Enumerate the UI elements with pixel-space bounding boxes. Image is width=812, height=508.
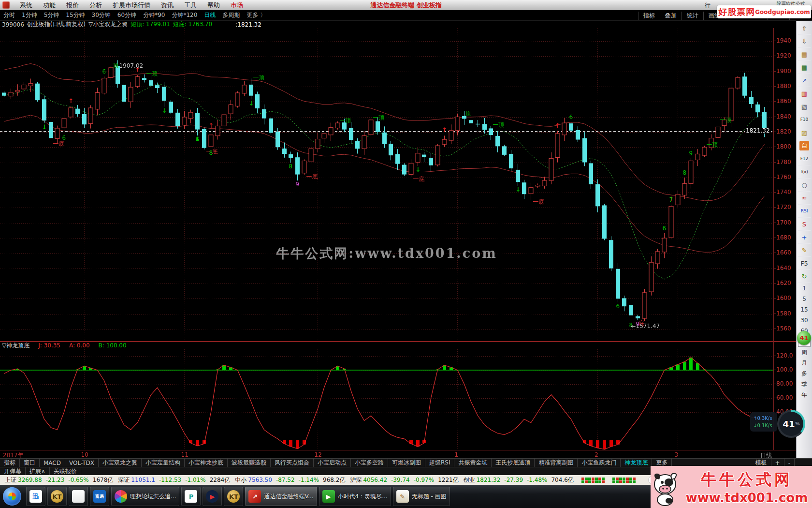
f12-icon[interactable]: F12 <box>798 152 811 165</box>
sub-chart-canvas[interactable] <box>0 349 773 450</box>
chart-area: ▽神龙顶底 J: 30.35 A: 0.00 B: 100.00 1940192… <box>0 28 796 458</box>
tab-神龙顶底[interactable]: 神龙顶底 <box>621 459 652 467</box>
zixuan-icon[interactable]: 自 <box>799 141 809 151</box>
tab-小宝定量结构[interactable]: 小宝定量结构 <box>142 459 185 467</box>
quote-table-icon[interactable]: ▦ <box>798 61 811 74</box>
gupiao-logo-name: 好股票网 <box>718 6 755 18</box>
period-item-日线[interactable]: 日线 <box>201 11 219 19</box>
period-item-分时[interactable]: 分时 <box>0 11 18 19</box>
tab-可燃冰副图[interactable]: 可燃冰副图 <box>388 459 425 467</box>
menu-fragment[interactable]: 行 <box>705 1 710 10</box>
period-button-30[interactable]: 30 <box>798 315 811 326</box>
taskbar-button[interactable]: KT <box>224 487 243 506</box>
start-button[interactable] <box>3 487 21 506</box>
main-indicator-name[interactable]: ▽小宝双龙之翼 <box>88 20 128 29</box>
taskbar-button[interactable]: KT <box>47 487 67 506</box>
taskbar-button-通达信金融终端V...[interactable]: ↗通达信金融终端V... <box>245 487 317 506</box>
period-button-1[interactable]: 1 <box>798 283 811 294</box>
period-item-15分钟[interactable]: 15分钟 <box>62 11 88 19</box>
index-name: 上证 <box>5 476 16 484</box>
period-item-分钟*90[interactable]: 分钟*90 <box>140 11 168 19</box>
period-item-60分钟[interactable]: 60分钟 <box>114 11 140 19</box>
report-icon[interactable]: ▤ <box>798 48 811 61</box>
period-button-季[interactable]: 季 <box>798 379 811 389</box>
taskbar-button[interactable]: 迅 <box>26 487 45 506</box>
notification-badge[interactable]: 41 <box>797 331 811 345</box>
performance-circle-widget[interactable]: 41% <box>777 410 805 438</box>
tab-指标[interactable]: 指标 <box>0 459 20 467</box>
menu-item-功能[interactable]: 功能 <box>38 1 61 10</box>
rsi-icon[interactable]: RSI <box>798 205 811 218</box>
tab-小宝双龙之翼[interactable]: 小宝双龙之翼 <box>99 459 142 467</box>
period-item-1分钟[interactable]: 1分钟 <box>18 11 41 19</box>
main-chart-canvas[interactable] <box>0 28 773 341</box>
tab-窗口[interactable]: 窗口 <box>20 459 40 467</box>
f5-icon[interactable]: F5 <box>798 257 811 270</box>
tab-扩展∧[interactable]: 扩展∧ <box>26 467 50 475</box>
period-button-5[interactable]: 5 <box>798 294 811 304</box>
wave-icon[interactable]: ≈ <box>798 192 811 205</box>
s-icon[interactable]: S <box>798 218 811 231</box>
multiwindow-icon[interactable]: ▧ <box>798 100 811 113</box>
period-button-月[interactable]: 月 <box>798 358 811 368</box>
taskbar-button[interactable]: 富易 <box>90 487 109 506</box>
trend-icon[interactable]: ↗ <box>798 74 811 87</box>
toolbar-item-指标[interactable]: 指标 <box>638 12 660 20</box>
app-logo-icon <box>2 1 10 9</box>
tab-MACD[interactable]: MACD <box>40 459 65 467</box>
formula-icon[interactable]: f(x) <box>798 165 811 179</box>
move-icon[interactable]: + <box>798 231 811 244</box>
circle-icon[interactable]: ○ <box>798 179 811 192</box>
menu-item-扩展市场行情[interactable]: 扩展市场行情 <box>107 1 156 10</box>
taskbar-button[interactable]: ▶ <box>203 487 222 506</box>
menu-item-报价[interactable]: 报价 <box>61 1 84 10</box>
tab-开弹幕[interactable]: 开弹幕 <box>0 467 26 475</box>
taskbar-button-无标题 - 画图[interactable]: ✎无标题 - 画图 <box>393 487 450 506</box>
tab-小宝神龙抄底[interactable]: 小宝神龙抄底 <box>185 459 228 467</box>
tab-王氏抄底逃顶[interactable]: 王氏抄底逃顶 <box>492 459 535 467</box>
menu-item-资讯[interactable]: 资讯 <box>156 1 179 10</box>
menu-item-帮助[interactable]: 帮助 <box>202 1 225 10</box>
kline-icon[interactable]: ▥ <box>798 87 811 100</box>
toolbar-item-叠加[interactable]: 叠加 <box>660 12 682 20</box>
tab-VOL-TDX[interactable]: VOL-TDX <box>65 459 99 467</box>
menu-item-工具[interactable]: 工具 <box>179 1 202 10</box>
taskbar-button[interactable]: P <box>181 487 201 506</box>
index-change-pct: -1.14% <box>299 477 319 483</box>
period-button-年[interactable]: 年 <box>798 389 811 400</box>
tab-精准背离副图[interactable]: 精准背离副图 <box>535 459 578 467</box>
period-button-周[interactable]: 周 <box>798 347 811 358</box>
period-item-30分钟[interactable]: 30分钟 <box>88 11 114 19</box>
period-item-更多 〉[interactable]: 更多 〉 <box>243 11 269 19</box>
taskbar-button[interactable] <box>69 487 88 506</box>
tab-超级RSI[interactable]: 超级RSI <box>425 459 455 467</box>
scroll-down-icon[interactable]: ⇩ <box>798 35 811 48</box>
tab-波段最赚选股[interactable]: 波段最赚选股 <box>228 459 271 467</box>
tab-共振黄金坑[interactable]: 共振黄金坑 <box>454 459 492 467</box>
heat-cell <box>616 478 619 480</box>
taskbar-button-小时代4：灵魂尽...[interactable]: ▶小时代4：灵魂尽... <box>319 487 391 506</box>
menu-item-分析[interactable]: 分析 <box>84 1 107 10</box>
price-tick-label: 1800 <box>776 143 797 150</box>
menu-item-市场[interactable]: 市场 <box>225 1 248 10</box>
scroll-up-icon[interactable]: ⇧ <box>798 22 811 35</box>
refresh-icon[interactable]: ↻ <box>798 270 811 283</box>
tab-小宝鱼跃龙门[interactable]: 小宝鱼跃龙门 <box>578 459 621 467</box>
pencil-icon[interactable]: ✎ <box>798 244 811 257</box>
period-item-5分钟[interactable]: 5分钟 <box>41 11 63 19</box>
period-button-15[interactable]: 15 <box>798 304 811 315</box>
f10-icon[interactable]: F10 <box>798 113 811 126</box>
tab-小宝启动点[interactable]: 小宝启动点 <box>314 459 351 467</box>
tab-关联报价[interactable]: 关联报价 <box>50 467 81 475</box>
tab-小宝多空路[interactable]: 小宝多空路 <box>351 459 388 467</box>
price-tick-label: 1760 <box>776 174 797 180</box>
period-item-多周期[interactable]: 多周期 <box>219 11 243 19</box>
period-button-多[interactable]: 多 <box>798 368 811 379</box>
toolbar-item-统计[interactable]: 统计 <box>682 12 703 20</box>
layout-icon[interactable]: ▨ <box>798 126 811 139</box>
menu-item-系统[interactable]: 系统 <box>14 1 38 10</box>
taskbar-button-理想论坛怎么追...[interactable]: 理想论坛怎么追... <box>111 487 179 506</box>
sub-indicator-name[interactable]: ▽神龙顶底 <box>2 342 29 350</box>
period-item-分钟*120[interactable]: 分钟*120 <box>168 11 201 19</box>
tab-风行买点组合[interactable]: 风行买点组合 <box>271 459 314 467</box>
